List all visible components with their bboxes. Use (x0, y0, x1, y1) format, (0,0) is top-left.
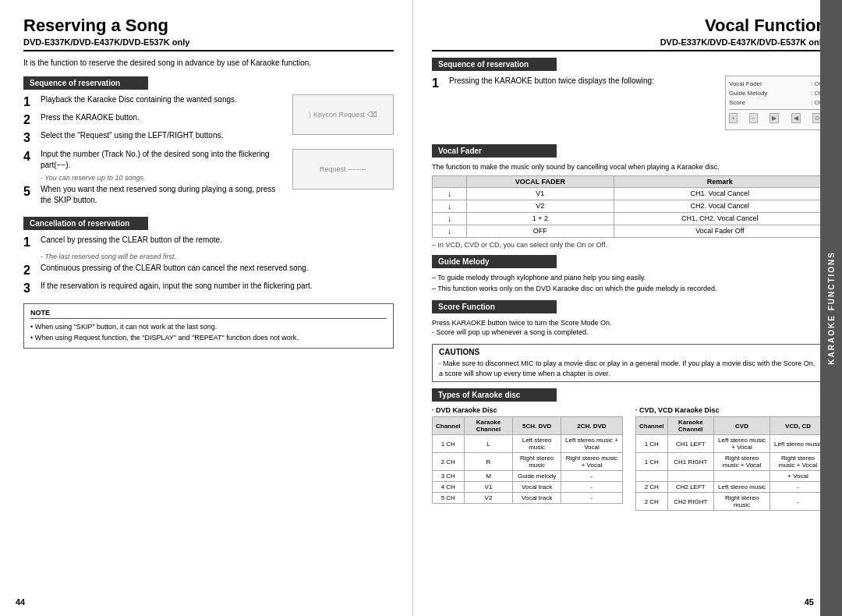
dvd-5ch: Right stereo music (513, 453, 561, 471)
dvd-row: 5 CHV2Vocal track- (433, 493, 623, 504)
sequence-section: Sequence of reservation 〉 Keycon Request… (23, 76, 394, 209)
vf-row: ↓OFFVocal Fader Off (433, 225, 826, 237)
cvd-row: 1 CHCH1 LEFTLeft stereo music + VocalLef… (636, 435, 826, 453)
cvd-table: Channel Karaoke Channel CVD VCD, CD 1 CH… (635, 416, 826, 511)
page-container: Reserving a Song DVD-E337K/DVD-E437K/DVD… (0, 0, 842, 616)
vf-col-fader: VOCAL FADER (466, 175, 614, 187)
cancel-step-3: 3 If the reservation is required again, … (23, 281, 394, 296)
vf-note: – In VCD, CVD or CD, you can select only… (432, 241, 826, 249)
note-box: NOTE • When using "SKIP" button, it can … (23, 303, 394, 349)
cvd-row: 1 CHCH1 RIGHTRight stereo music + VocalR… (636, 453, 826, 471)
cautions-header: CAUTIONS (439, 348, 819, 356)
guide-melody-header: Guide Melody (432, 255, 557, 268)
cvd-row: + Vocal (636, 471, 826, 482)
karaoke-sidebar-text: KARAOKE FUNCTIONS (827, 251, 836, 365)
types-tables: · DVD Karaoke Disc Channel Karaoke Chann… (432, 406, 826, 511)
vf-remark: CH1. Vocal Cancel (614, 187, 826, 200)
note-text-2: • When using Request function, the "DISP… (30, 333, 387, 344)
note-text-1: • When using "SKIP" button, it can not w… (30, 322, 387, 333)
cancel-step-1: 1 Cancel by pressing the CLEAR button of… (23, 235, 394, 250)
dvd-label: · DVD Karaoke Disc (432, 406, 623, 414)
cvd-cvd: Left stereo music + Vocal (714, 435, 770, 453)
cvd-th-kch: Karaoke Channel (667, 417, 714, 435)
cvd-ch: 2 CH (636, 482, 668, 493)
vf-remark: CH2. Vocal Cancel (614, 200, 826, 212)
cvd-th-ch: Channel (636, 417, 668, 435)
cvd-vcd: Left stereo music (770, 435, 826, 453)
cvd-kch: CH2 RIGHT (667, 493, 714, 511)
dvd-5ch: Left stereo music (513, 435, 561, 453)
score-section: Score Function Press KARAOKE button twic… (432, 300, 826, 338)
types-header: Types of Karaoke disc (432, 388, 557, 402)
cvd-cvd (714, 471, 770, 482)
dvd-5ch: Guide melody (513, 471, 561, 482)
step-3: 3 Select the "Request" using the LEFT/RI… (23, 130, 288, 145)
dvd-5ch: Vocal track (513, 482, 561, 493)
seq-step-block: Vocal Fader: Off Guide Melody: Off Score… (432, 76, 826, 136)
step-2: 2 Press the KARAOKE button. (23, 112, 288, 127)
keycon-image: 〉 Keycon Request ⌫ (292, 94, 394, 135)
vf-row: ↓1 + 2CH1, CH2. Vocal Cancel (433, 212, 826, 225)
dvd-ch: 1 CH (433, 435, 465, 453)
vf-arrow: ↓ (433, 225, 467, 237)
cvd-cvd: Right stereo music (714, 493, 770, 511)
cvd-th-cvd: CVD (714, 417, 770, 435)
vf-arrow: ↓ (433, 200, 467, 212)
cvd-th-vcd: VCD, CD (770, 417, 826, 435)
dvd-row: 4 CHV1Vocal track- (433, 482, 623, 493)
vocal-fader-header: Vocal Fader (432, 144, 557, 158)
dvd-ch: 2 CH (433, 453, 465, 471)
vf-fader: V2 (466, 200, 614, 212)
cvd-table-group: · CVD, VCD Karaoke Disc Channel Karaoke … (635, 406, 826, 511)
score-header: Score Function (432, 300, 557, 313)
cvd-vcd: - (770, 482, 826, 493)
cancellation-section: Cancellation of reservation 1 Cancel by … (23, 217, 394, 296)
vf-arrow: ↓ (433, 212, 467, 225)
note-header: NOTE (30, 309, 387, 319)
right-subtitle: DVD-E337K/DVD-E437K/DVD-E537K only (432, 37, 826, 51)
dvd-row: 1 CHLLeft stereo musicLeft stereo music … (433, 435, 623, 453)
gm-note-1: – To guide melody through xylophone and … (432, 273, 826, 283)
vf-fader: 1 + 2 (466, 212, 614, 225)
dvd-5ch: Vocal track (513, 493, 561, 504)
dvd-kch: M (464, 471, 513, 482)
cvd-cvd: Left stereo music (714, 482, 770, 493)
left-subtitle: DVD-E337K/DVD-E437K/DVD-E537K only (23, 37, 394, 51)
dvd-kch: L (464, 435, 513, 453)
dvd-ch: 4 CH (433, 482, 465, 493)
cvd-cvd: Right stereo music + Vocal (714, 453, 770, 471)
cvd-row: 2 CHCH2 RIGHTRight stereo music- (636, 493, 826, 511)
guide-melody-section: Guide Melody – To guide melody through x… (432, 255, 826, 294)
vf-fader: V1 (466, 187, 614, 200)
cvd-kch (667, 471, 714, 482)
cvd-row: 2 CHCH2 LEFTLeft stereo music- (636, 482, 826, 493)
left-column: Reserving a Song DVD-E337K/DVD-E437K/DVD… (0, 0, 413, 616)
dvd-row: 2 CHRRight stereo musicRight stereo musi… (433, 453, 623, 471)
step-5: 5 When you want the next reserved song d… (23, 184, 288, 206)
cautions-text: · Make sure to disconnect MIC to play a … (439, 359, 819, 378)
dvd-kch: V2 (464, 493, 513, 504)
cvd-kch: CH1 RIGHT (667, 453, 714, 471)
sequence-header: Sequence of reservation (23, 76, 148, 90)
right-column: Vocal Function DVD-E337K/DVD-E437K/DVD-E… (413, 0, 842, 616)
vf-description: The function to make the music only soun… (432, 162, 826, 172)
vf-row: ↓V1CH1. Vocal Cancel (433, 187, 826, 200)
cvd-ch: 1 CH (636, 435, 668, 453)
vocal-fader-image: Vocal Fader: Off Guide Melody: Off Score… (725, 76, 826, 130)
dvd-2ch: - (561, 471, 622, 482)
dvd-2ch: Right stereo music + Vocal (561, 453, 622, 471)
cvd-kch: CH1 LEFT (667, 435, 714, 453)
cvd-ch: 1 CH (636, 453, 668, 471)
gm-note-2: – This function works only on the DVD Ka… (432, 284, 826, 294)
score-note-2: - Score will pop up whenever a song is c… (432, 327, 826, 338)
cvd-kch: CH2 LEFT (667, 482, 714, 493)
karaoke-sidebar: KARAOKE FUNCTIONS (820, 0, 842, 616)
dvd-2ch: Left stereo music + Vocal (561, 435, 622, 453)
vf-row: ↓V2CH2. Vocal Cancel (433, 200, 826, 212)
dvd-kch: V1 (464, 482, 513, 493)
vf-fader: OFF (466, 225, 614, 237)
right-sequence-section: Sequence of reservation Vocal Fader: Off… (432, 58, 826, 136)
right-sequence-header: Sequence of reservation (432, 58, 557, 71)
score-note-1: Press KARAOKE button twice to turn the S… (432, 318, 826, 328)
cvd-ch: 2 CH (636, 493, 668, 511)
